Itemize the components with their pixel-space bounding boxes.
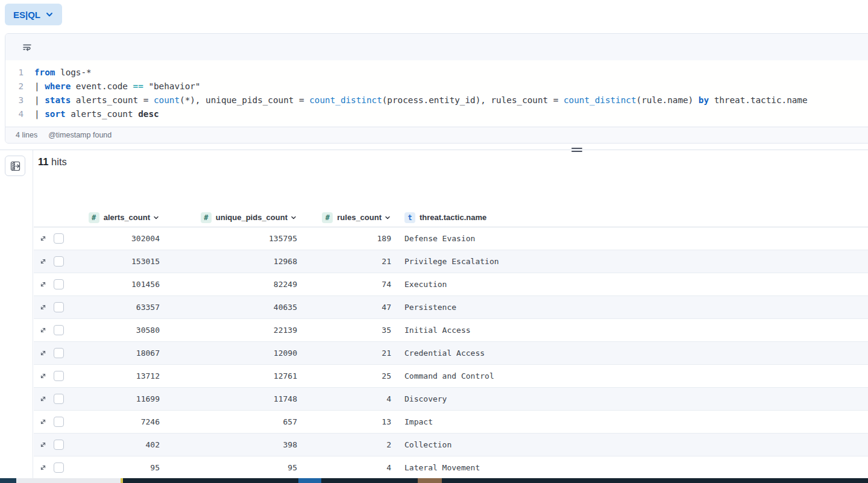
row-select-checkbox[interactable]	[54, 417, 64, 427]
keyword-type-icon: t	[404, 212, 415, 223]
esql-editor-panel: 1from logs-*2| where event.code == "beha…	[5, 33, 868, 144]
cell-unique_pids_count: 11748	[165, 394, 302, 403]
esql-code-editor[interactable]: 1from logs-*2| where event.code == "beha…	[5, 60, 868, 127]
cell-unique_pids_count: 40635	[165, 303, 302, 312]
cell-alerts_count: 153015	[71, 257, 165, 266]
strip-segment	[16, 478, 121, 483]
cell-unique_pids_count: 22139	[165, 326, 302, 335]
cell-threat-tactic-name: Command and Control	[396, 371, 868, 380]
open-sidebar-button[interactable]	[5, 156, 25, 176]
cell-alerts_count: 7246	[71, 417, 165, 426]
strip-segment	[321, 478, 418, 483]
number-type-icon: #	[201, 212, 212, 223]
expand-row-button[interactable]	[38, 417, 48, 427]
cell-rules_count: 21	[302, 257, 396, 266]
column-header-rules_count[interactable]: #rules_count	[302, 212, 396, 223]
table-row: 633574063547Persistence	[34, 296, 868, 319]
expand-row-button[interactable]	[38, 257, 48, 267]
expand-row-button[interactable]	[38, 234, 48, 244]
row-select-checkbox[interactable]	[54, 348, 64, 358]
cell-threat-tactic-name: Execution	[396, 280, 868, 289]
cell-alerts_count: 101456	[71, 280, 165, 289]
hits-label: hits	[51, 156, 67, 167]
cell-rules_count: 13	[302, 417, 396, 426]
row-controls	[34, 462, 71, 473]
column-header-unique_pids_count[interactable]: #unique_pids_count	[165, 212, 302, 223]
column-header-alerts_count[interactable]: #alerts_count	[71, 212, 165, 223]
chevron-down-icon	[45, 10, 54, 19]
table-row: 302004135795189Defense Evasion	[34, 227, 868, 250]
table-row: 137121276125Command and Control	[34, 365, 868, 388]
cell-alerts_count: 11699	[71, 394, 165, 403]
code-text: | stats alerts_count = count(*), unique_…	[34, 93, 808, 107]
esql-mode-button[interactable]: ES|QL	[5, 4, 62, 25]
expand-row-button[interactable]	[38, 394, 48, 404]
strip-segment	[442, 478, 868, 483]
column-header-threat.tactic.name[interactable]: tthreat.tactic.name	[396, 212, 868, 223]
number-type-icon: #	[322, 212, 333, 223]
code-line: 3| stats alerts_count = count(*), unique…	[5, 93, 868, 107]
collapsed-sidebar-rail	[0, 150, 33, 478]
line-number: 4	[5, 107, 24, 121]
cell-unique_pids_count: 12090	[165, 349, 302, 358]
esql-mode-label: ES|QL	[13, 10, 40, 20]
expand-row-button[interactable]	[38, 349, 48, 358]
row-controls	[34, 417, 71, 427]
expand-icon	[39, 395, 47, 403]
row-select-checkbox[interactable]	[54, 256, 64, 267]
panel-open-icon	[10, 161, 20, 171]
expand-row-button[interactable]	[38, 303, 48, 312]
row-controls	[34, 440, 71, 450]
line-wrap-button[interactable]	[17, 37, 37, 57]
expand-row-button[interactable]	[38, 463, 48, 473]
row-controls	[34, 256, 71, 267]
resize-handle[interactable]	[571, 148, 582, 152]
row-select-checkbox[interactable]	[54, 279, 64, 289]
cell-rules_count: 74	[302, 280, 396, 289]
code-line: 1from logs-*	[5, 66, 868, 80]
editor-line-count: 4 lines	[16, 131, 37, 139]
cell-threat-tactic-name: Privilege Escalation	[396, 257, 868, 266]
cell-rules_count: 47	[302, 303, 396, 312]
expand-row-button[interactable]	[38, 371, 48, 381]
table-row: 95954Lateral Movement	[34, 456, 868, 479]
cell-rules_count: 21	[302, 349, 396, 358]
cell-threat-tactic-name: Discovery	[396, 394, 868, 403]
row-select-checkbox[interactable]	[54, 440, 64, 450]
expand-row-button[interactable]	[38, 326, 48, 335]
expand-row-button[interactable]	[38, 280, 48, 289]
row-controls	[34, 302, 71, 312]
strip-segment	[418, 478, 442, 483]
results-data-grid: #alerts_count#unique_pids_count#rules_co…	[34, 208, 868, 483]
row-select-checkbox[interactable]	[54, 371, 64, 381]
expand-row-button[interactable]	[38, 440, 48, 450]
table-row: 305802213935Initial Access	[34, 319, 868, 342]
expand-icon	[39, 464, 47, 472]
editor-toolbar	[5, 34, 868, 60]
cell-rules_count: 189	[302, 234, 396, 243]
row-select-checkbox[interactable]	[54, 325, 64, 335]
expand-icon	[39, 372, 47, 380]
hits-summary: 11 hits	[38, 156, 67, 168]
row-controls	[34, 325, 71, 335]
row-controls	[34, 233, 71, 244]
row-select-checkbox[interactable]	[54, 233, 64, 244]
number-type-icon: #	[89, 212, 99, 223]
cell-unique_pids_count: 12968	[165, 257, 302, 266]
editor-timestamp-status: @timestamp found	[48, 131, 112, 139]
row-select-checkbox[interactable]	[54, 302, 64, 312]
row-select-checkbox[interactable]	[54, 394, 64, 404]
strip-segment	[298, 478, 321, 483]
row-controls	[34, 371, 71, 381]
line-wrap-icon	[22, 42, 32, 52]
expand-icon	[39, 418, 47, 426]
expand-icon	[39, 349, 47, 357]
row-select-checkbox[interactable]	[54, 462, 64, 473]
expand-icon	[39, 257, 47, 265]
cell-alerts_count: 402	[71, 440, 165, 449]
top-bar: ES|QL	[0, 0, 868, 29]
cell-alerts_count: 63357	[71, 303, 165, 312]
expand-icon	[39, 235, 47, 242]
cell-threat-tactic-name: Credential Access	[396, 349, 868, 358]
code-line: 2| where event.code == "behavior"	[5, 80, 868, 93]
